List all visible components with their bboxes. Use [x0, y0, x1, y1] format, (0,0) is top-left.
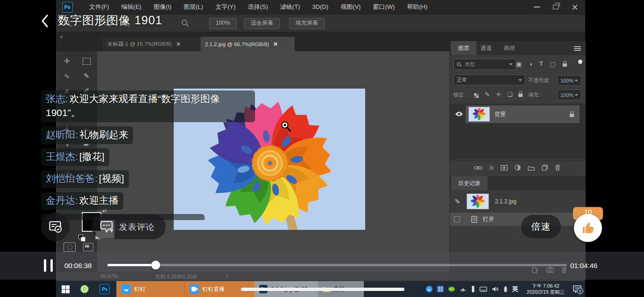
browser-taskbar-icon[interactable]: [80, 284, 89, 294]
layer-thumbnail: [468, 107, 490, 122]
snapshot-name: 2.1.2.jpg: [495, 198, 517, 205]
tray-green-icon[interactable]: [448, 286, 455, 292]
chat-message: 张志:欢迎大家来观看直播“数字图形图像 1901”。: [41, 90, 270, 122]
tray-keyboard-icon[interactable]: [480, 287, 487, 292]
layer-mask-icon[interactable]: [501, 165, 508, 171]
home-indicator[interactable]: [241, 288, 404, 291]
like-button[interactable]: [574, 214, 602, 242]
live-chat-overlay: 张志:欢迎大家来观看直播“数字图形图像 1901”。 赵昕阳:礼物刷起来 王煜杰…: [41, 90, 270, 224]
menu-edit[interactable]: 编辑(E): [115, 0, 148, 14]
tab-212jpg[interactable]: 2.1.2.jpg @ 66.7%(RGB/8): [200, 37, 295, 51]
tray-usb-icon[interactable]: [471, 286, 475, 292]
screen-mode-icon[interactable]: [83, 243, 93, 251]
tab-untitled[interactable]: 未标题-1 @ 16.7%(RGB/8): [103, 37, 200, 51]
quick-select-tool-icon[interactable]: ✎: [77, 68, 96, 84]
notification-center-icon[interactable]: 1: [573, 285, 581, 293]
layer-lock-icon: [570, 114, 574, 117]
history-snapshot-row[interactable]: ✐ 2.1.2.jpg: [450, 192, 586, 211]
start-button-icon[interactable]: [62, 285, 70, 293]
history-source-checkbox[interactable]: [454, 216, 460, 222]
layer-visibility-icon[interactable]: [455, 111, 463, 117]
layer-style-icon[interactable]: fx: [489, 165, 494, 171]
tray-grid-icon[interactable]: [437, 286, 444, 292]
lock-pixels-icon[interactable]: ✎: [485, 91, 490, 98]
restore-icon[interactable]: [553, 5, 559, 9]
chat-username: 王煜杰:: [46, 151, 78, 162]
menu-layer[interactable]: 图层(L): [177, 0, 209, 14]
new-layer-icon[interactable]: [542, 165, 548, 171]
history-step-open[interactable]: 打开: [450, 213, 586, 226]
menu-type[interactable]: 文字(Y): [209, 0, 241, 14]
panel-menu-icon[interactable]: [574, 46, 581, 47]
delete-layer-icon[interactable]: [555, 165, 560, 171]
filter-toggle-icon[interactable]: [578, 60, 582, 64]
tab-close-icon[interactable]: [273, 42, 277, 46]
menu-view[interactable]: 视图(V): [334, 0, 367, 14]
lock-position-icon[interactable]: ✛: [496, 91, 501, 98]
tray-volume-icon[interactable]: [492, 286, 499, 292]
taskbar-clock[interactable]: 下午 7:06:42 2020/2/19 星期三: [527, 283, 565, 295]
default-colors-icon[interactable]: [78, 235, 83, 239]
filter-shape-icon[interactable]: ▢: [550, 61, 556, 68]
filter-type-icon[interactable]: T: [539, 61, 543, 67]
pause-button[interactable]: [44, 259, 53, 272]
filter-smartobject-icon[interactable]: [563, 63, 567, 67]
photoshop-taskbar-icon[interactable]: Ps: [99, 284, 110, 294]
post-comment-button[interactable]: 发表评论: [92, 214, 166, 239]
comment-list-button[interactable]: [41, 213, 70, 241]
tab-history[interactable]: 历史记录: [451, 176, 488, 190]
tray-network-icon[interactable]: [460, 286, 467, 292]
scrubby-zoom-icon[interactable]: [181, 19, 190, 28]
menu-help[interactable]: 帮助(H): [401, 0, 433, 14]
fill-screen-button[interactable]: 填充屏幕: [289, 18, 325, 29]
tab-channels[interactable]: 通道: [481, 41, 492, 55]
menu-select[interactable]: 选择(S): [241, 0, 274, 14]
history-brush-source-icon[interactable]: ✐: [454, 198, 460, 205]
lasso-tool-icon[interactable]: ∿: [57, 68, 76, 84]
menu-file[interactable]: 文件(F): [83, 0, 115, 14]
tray-dingtalk-icon[interactable]: [426, 286, 432, 292]
progress-bar[interactable]: [107, 264, 567, 266]
menu-window[interactable]: 窗口(W): [367, 0, 401, 14]
quick-mask-icon[interactable]: [64, 242, 76, 252]
new-group-icon[interactable]: [528, 165, 535, 171]
menu-3d[interactable]: 3D(D): [306, 0, 334, 14]
move-tool-icon[interactable]: ✛: [57, 53, 76, 69]
adjustment-layer-icon[interactable]: [515, 165, 521, 171]
back-button[interactable]: [41, 14, 49, 28]
chat-message: 王煜杰:[撒花]: [41, 148, 270, 166]
document-icon: [471, 216, 477, 223]
taskbar-app-dingtalk[interactable]: 钉钉: [116, 281, 184, 297]
tray-pen-icon[interactable]: [503, 286, 508, 292]
window-controls: [534, 0, 578, 14]
playback-speed-button[interactable]: 倍速: [521, 215, 561, 238]
fill-value[interactable]: 100%: [557, 90, 581, 100]
collapse-panels-icon[interactable]: «: [60, 34, 63, 40]
minimize-icon[interactable]: [534, 7, 540, 7]
lock-artboard-icon[interactable]: ❏: [507, 91, 513, 98]
marquee-tool-icon[interactable]: [77, 53, 96, 69]
ime-indicator[interactable]: 英: [512, 285, 518, 293]
lock-all-icon[interactable]: [518, 94, 523, 97]
chevron-down-icon: [509, 63, 513, 65]
lock-transparency-icon[interactable]: [474, 93, 476, 96]
fit-screen-button[interactable]: 适合屏幕: [244, 18, 280, 29]
opacity-value[interactable]: 100%: [557, 75, 581, 86]
close-icon[interactable]: [572, 4, 578, 10]
menu-filter[interactable]: 滤镜(T): [274, 0, 306, 14]
zoom-100-button[interactable]: 100%: [209, 18, 237, 29]
tab-paths[interactable]: 路径: [504, 41, 515, 55]
tab-close-icon[interactable]: [176, 42, 180, 46]
link-layers-icon[interactable]: [474, 166, 482, 170]
blend-mode-select[interactable]: 正常: [453, 75, 525, 85]
filter-pixel-icon[interactable]: ▣: [516, 61, 522, 68]
chat-username: 刘恺怡爸爸:: [46, 173, 98, 184]
menu-image[interactable]: 图像(I): [148, 0, 177, 14]
photoshop-logo: Ps: [62, 2, 73, 13]
layer-filter-select[interactable]: 类型: [453, 59, 516, 70]
progress-thumb[interactable]: [151, 261, 160, 269]
layer-filter-icons: ▣ ◑ T ▢: [516, 59, 567, 69]
layer-row-background[interactable]: 背景: [466, 105, 580, 123]
tab-layers[interactable]: 图层: [451, 41, 476, 55]
filter-adjustment-icon[interactable]: ◑: [529, 61, 532, 68]
